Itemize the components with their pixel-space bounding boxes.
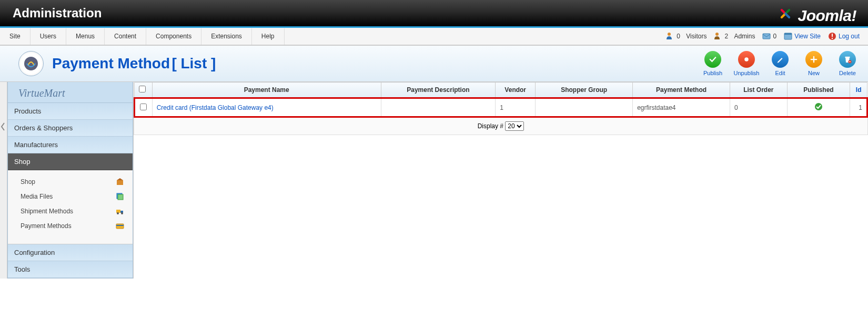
col-method[interactable]: Payment Method	[633, 82, 730, 98]
svg-rect-14	[118, 194, 123, 200]
menu-content[interactable]: Content	[105, 28, 146, 45]
sub-media[interactable]: Media Files	[8, 189, 133, 204]
pencil-icon	[772, 51, 789, 68]
sidebar-item-tools[interactable]: Tools	[8, 261, 133, 278]
page-title: Payment Method	[52, 55, 170, 71]
payment-table: Payment Name Payment Description Vendor …	[134, 82, 868, 118]
trash-icon	[839, 51, 856, 68]
logout-icon	[828, 32, 836, 40]
visitors-icon	[666, 32, 674, 40]
check-icon	[704, 51, 721, 68]
circle-icon	[738, 51, 755, 68]
new-button[interactable]: New	[799, 51, 829, 76]
col-name[interactable]: Payment Name	[152, 82, 381, 98]
col-group[interactable]: Shopper Group	[536, 82, 633, 98]
col-order[interactable]: List Order	[730, 82, 787, 98]
main-menu: Site Users Menus Content Components Exte…	[0, 28, 868, 45]
cell-id: 1	[850, 98, 867, 117]
main-content: Payment Name Payment Description Vendor …	[133, 82, 868, 279]
display-label: Display #	[478, 122, 503, 130]
admins-count[interactable]: 2 Admins	[714, 32, 755, 40]
component-icon	[18, 51, 44, 76]
admins-icon	[714, 32, 722, 40]
svg-point-8	[24, 57, 38, 70]
toolbar: Publish Unpublish Edit New Delete	[698, 51, 863, 76]
sidebar-item-manufacturers[interactable]: Manufacturers	[8, 137, 133, 153]
sidebar-wrap: VirtueMart Products Orders & Shoppers Ma…	[0, 82, 133, 279]
truck-icon	[116, 207, 124, 215]
sub-shipment[interactable]: Shipment Methods	[8, 204, 133, 219]
svg-point-1	[715, 33, 719, 36]
check-all[interactable]	[139, 86, 146, 92]
svg-point-18	[121, 212, 123, 214]
log-out-link[interactable]: Log out	[828, 32, 860, 40]
col-published[interactable]: Published	[787, 82, 850, 98]
col-checkbox	[135, 82, 153, 98]
cell-group	[536, 98, 633, 117]
svg-rect-15	[116, 210, 120, 213]
plus-icon	[805, 51, 822, 68]
admin-header: Administration Joomla!	[0, 0, 868, 28]
shop-icon	[116, 178, 124, 186]
menu-site[interactable]: Site	[0, 28, 31, 45]
window-icon	[784, 32, 792, 40]
sidebar-item-orders[interactable]: Orders & Shoppers	[8, 120, 133, 137]
sub-shop[interactable]: Shop	[8, 174, 133, 189]
svg-point-17	[117, 212, 119, 214]
mail-icon	[762, 32, 771, 40]
sidebar-item-configuration[interactable]: Configuration	[8, 244, 133, 261]
unpublish-button[interactable]: Unpublish	[731, 51, 762, 76]
display-select[interactable]: 20	[505, 121, 524, 131]
col-id[interactable]: Id	[850, 82, 867, 98]
cell-desc	[381, 98, 495, 117]
menu-components[interactable]: Components	[146, 28, 201, 45]
menu-menus[interactable]: Menus	[66, 28, 105, 45]
joomla-icon	[776, 5, 794, 26]
menu-status: 0 Visitors 2 Admins 0 View Site Log out	[666, 32, 868, 40]
cell-published[interactable]	[787, 98, 850, 117]
cell-method: egrfirstdatae4	[633, 98, 730, 117]
svg-point-9	[744, 57, 749, 61]
brand-text: Joomla!	[798, 7, 856, 25]
col-vendor[interactable]: Vendor	[496, 82, 536, 98]
published-icon	[814, 102, 823, 111]
sidebar-subpanel: Shop Media Files Shipment Methods Paymen…	[8, 170, 133, 244]
payment-name-link[interactable]: Credit card (Firstdata Global Gateway e4…	[157, 104, 274, 111]
col-desc[interactable]: Payment Description	[381, 82, 495, 98]
admin-title: Administration	[13, 6, 102, 20]
view-site-link[interactable]: View Site	[784, 32, 821, 40]
page-title-block: Payment Method [ List ]	[52, 55, 216, 72]
card-icon	[116, 222, 124, 230]
media-icon	[116, 192, 124, 201]
sidebar-item-shop-active[interactable]: Shop	[8, 153, 133, 170]
svg-rect-2	[763, 34, 770, 39]
cell-vendor: 1	[496, 98, 536, 117]
edit-button[interactable]: Edit	[765, 51, 795, 76]
svg-rect-10	[845, 57, 850, 58]
row-check[interactable]	[140, 104, 147, 110]
svg-rect-20	[116, 225, 124, 226]
menu-extensions[interactable]: Extensions	[201, 28, 252, 45]
visitors-count[interactable]: 0 Visitors	[666, 32, 706, 40]
content-header: Payment Method [ List ] Publish Unpublis…	[0, 45, 868, 82]
menu-help[interactable]: Help	[252, 28, 285, 45]
pagination-row: Display # 20	[134, 118, 868, 135]
delete-button[interactable]: Delete	[832, 51, 863, 76]
publish-button[interactable]: Publish	[698, 51, 728, 76]
page-title-suffix: [ List ]	[171, 55, 216, 71]
svg-rect-6	[832, 34, 833, 37]
cell-order: 0	[730, 98, 787, 117]
sidebar-collapser[interactable]	[0, 82, 7, 279]
sidebar-item-products[interactable]: Products	[8, 103, 133, 120]
svg-rect-12	[117, 180, 123, 185]
menu-users[interactable]: Users	[31, 28, 66, 45]
svg-point-0	[668, 33, 671, 36]
menu-left: Site Users Menus Content Components Exte…	[0, 28, 285, 45]
messages-count[interactable]: 0	[762, 32, 776, 40]
main-layout: VirtueMart Products Orders & Shoppers Ma…	[0, 82, 868, 279]
joomla-logo: Joomla!	[776, 5, 856, 26]
sidebar: VirtueMart Products Orders & Shoppers Ma…	[7, 82, 133, 279]
sub-payment[interactable]: Payment Methods	[8, 219, 133, 233]
svg-rect-4	[784, 33, 792, 35]
virtuemart-logo: VirtueMart	[8, 82, 133, 103]
